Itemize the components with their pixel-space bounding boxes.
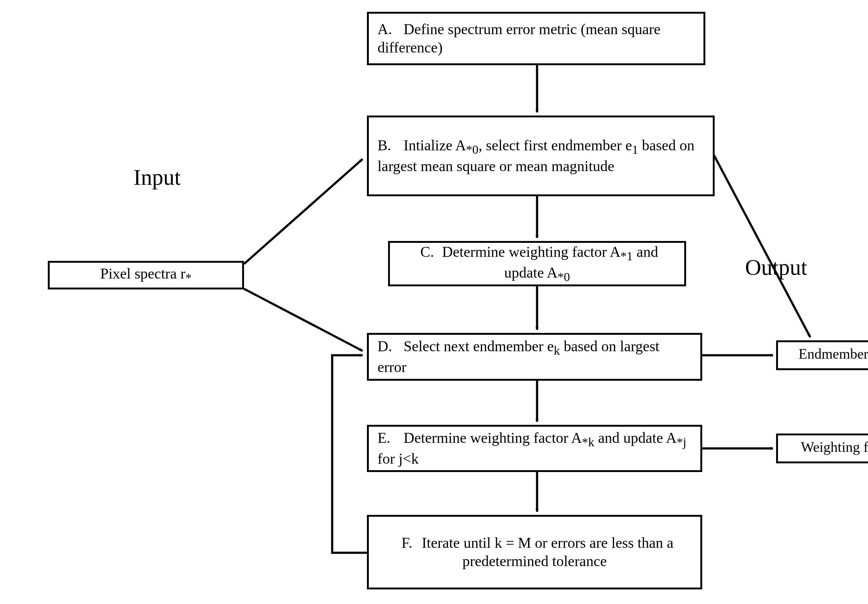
- node-B-initialize: B. Intialize A*0, select first endmember…: [367, 115, 715, 196]
- output-label-text: Output: [745, 255, 807, 280]
- node-text: Pixel spectra r*: [100, 265, 192, 282]
- node-text: Endmembers ej: [798, 346, 868, 362]
- node-text: Define spectrum error metric (mean squar…: [378, 21, 660, 56]
- output-label: Output: [745, 255, 807, 280]
- step-letter: A.: [378, 20, 400, 39]
- edge-F-loop-to-D: [332, 355, 368, 553]
- node-out-weighting-factors: Weighting factors A*j: [776, 433, 868, 463]
- edge-B-to-endmembers: [714, 155, 810, 337]
- node-A-define-metric: A. Define spectrum error metric (mean sq…: [367, 12, 705, 65]
- step-letter: B.: [378, 136, 400, 155]
- node-out-endmembers: Endmembers ej: [776, 340, 868, 370]
- node-text: Weighting factors A*j: [801, 439, 868, 455]
- node-text: Determine weighting factor A*1 and updat…: [442, 244, 658, 281]
- edge-input-to-D: [244, 289, 363, 351]
- edge-input-to-B: [244, 159, 363, 264]
- node-input-pixel-spectra: Pixel spectra r*: [48, 261, 244, 289]
- step-letter: F.: [396, 534, 418, 552]
- input-label: Input: [133, 165, 181, 190]
- node-F-iterate: F. Iterate until k = M or errors are les…: [367, 515, 702, 589]
- node-text: Determine weighting factor A*k and updat…: [378, 430, 687, 467]
- input-label-text: Input: [133, 165, 181, 190]
- node-E-weighting-k: E. Determine weighting factor A*k and up…: [367, 425, 702, 472]
- step-letter: E.: [378, 429, 400, 447]
- node-C-weighting-1: C. Determine weighting factor A*1 and up…: [388, 241, 686, 286]
- node-text: Intialize A*0, select first endmember e1…: [378, 137, 694, 174]
- step-letter: D.: [378, 337, 400, 356]
- step-letter: C.: [416, 243, 438, 261]
- node-text: Select next endmember ek based on larges…: [378, 338, 659, 375]
- node-D-select-next: D. Select next endmember ek based on lar…: [367, 333, 702, 381]
- node-text: Iterate until k = M or errors are less t…: [422, 534, 674, 569]
